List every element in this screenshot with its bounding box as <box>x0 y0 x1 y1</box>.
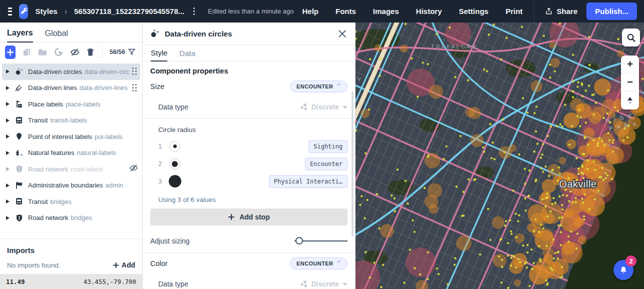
share-button[interactable]: Share <box>536 7 587 16</box>
nav-fonts[interactable]: Fonts <box>327 7 365 16</box>
layer-row-transit-bridges[interactable]: Transit bridges <box>0 194 142 210</box>
notifications-button[interactable]: 2 <box>613 260 633 280</box>
imports-add-button[interactable]: Add <box>113 261 135 269</box>
layer-row-data-driven-circles[interactable]: Data-driven circles data-driven-circ <box>2 64 140 80</box>
circle-radius-label: Circle radius <box>158 126 348 134</box>
tab-data[interactable]: Data <box>179 49 195 61</box>
breadcrumb-styles[interactable]: Styles <box>35 7 57 16</box>
place-labels-icon <box>15 100 24 108</box>
mapbox-logo-icon[interactable] <box>19 4 28 19</box>
admin-flag-icon <box>15 182 24 190</box>
style-options-kebab-icon[interactable] <box>191 6 197 16</box>
expand-caret-icon[interactable] <box>6 200 10 204</box>
layer-hidden-eye-off-icon[interactable] <box>129 164 138 174</box>
close-panel-button[interactable] <box>337 28 348 39</box>
layer-row-road-labels[interactable]: Road network road-labels <box>0 161 142 178</box>
stop-value-badge[interactable]: Encounter <box>305 158 348 170</box>
radius-stop-row: 3 Physical Interacti… <box>150 172 348 190</box>
edited-status: Edited less than a minute ago <box>208 8 293 15</box>
layer-row-natural-labels[interactable]: Natural features natural-labels <box>0 145 142 162</box>
zoom-out-button[interactable]: − <box>621 74 639 92</box>
expand-caret-icon[interactable] <box>6 184 10 188</box>
notification-count-badge: 2 <box>625 256 636 266</box>
panel-scrollbar[interactable] <box>352 92 354 236</box>
plus-icon <box>113 262 119 268</box>
tab-global[interactable]: Global <box>45 29 68 42</box>
string-type-icon: “ <box>337 261 341 266</box>
filter-funnel-icon <box>128 48 135 56</box>
duplicate-icon <box>23 48 31 56</box>
nav-history[interactable]: History <box>408 7 451 16</box>
size-label: Size <box>150 82 164 90</box>
add-layer-button[interactable] <box>5 46 16 59</box>
string-type-icon: “ <box>337 84 341 89</box>
zoom-in-button[interactable]: + <box>621 56 639 74</box>
layer-row-transit-labels[interactable]: Transit transit-labels <box>0 112 142 129</box>
map-render: TRAFALGAR Y N I S C P A R K Oakville <box>356 22 644 289</box>
nav-print[interactable]: Print <box>497 7 531 16</box>
circle-size-preview[interactable] <box>168 141 181 152</box>
stop-value-badge[interactable]: Physical Interacti… <box>269 175 348 188</box>
nav-help[interactable]: Help <box>294 7 328 16</box>
layer-row-place-labels[interactable]: Place labels place-labels <box>0 96 142 112</box>
size-field-badge[interactable]: ENCOUNTER “ <box>290 80 348 92</box>
radius-stop-row: 2 Encounter <box>150 155 348 172</box>
pitch-toggle-button[interactable] <box>621 92 639 110</box>
transit-icon <box>15 198 24 206</box>
stop-value-badge[interactable]: Sighting <box>308 140 348 153</box>
tab-layers[interactable]: Layers <box>7 28 33 42</box>
expand-caret-icon[interactable] <box>6 134 10 138</box>
top-bar: Styles › 565307118_152232790545578... Ed… <box>0 0 644 22</box>
using-values-note: Using 3 of 6 values <box>158 196 348 204</box>
expand-caret-icon[interactable] <box>6 167 10 171</box>
select-data-button[interactable] <box>54 48 63 56</box>
size-datatype-label: Data type <box>158 103 188 111</box>
expand-caret-icon[interactable] <box>6 118 10 122</box>
layer-row-poi-labels[interactable]: Point of interest labels poi-labels <box>0 128 142 145</box>
nav-images[interactable]: Images <box>365 7 408 16</box>
color-datatype-dropdown[interactable]: Discrete <box>299 280 348 288</box>
slider-handle[interactable] <box>295 237 303 244</box>
menu-icon[interactable] <box>8 8 12 16</box>
drag-handle-icon[interactable] <box>131 66 138 76</box>
layers-toolbar: 56/56 <box>0 42 142 62</box>
color-field-badge[interactable]: ENCOUNTER “ <box>290 258 348 270</box>
color-label: Color <box>150 260 168 268</box>
expand-caret-icon[interactable] <box>6 86 10 90</box>
chevron-down-icon <box>343 283 348 286</box>
map-canvas[interactable]: TRAFALGAR Y N I S C P A R K Oakville + − <box>356 22 644 289</box>
layer-count: 56/56 <box>110 48 125 56</box>
zoom-level: 11.49 <box>6 278 25 286</box>
layer-row-road-bridges[interactable]: Road network bridges <box>0 210 142 226</box>
nav-settings[interactable]: Settings <box>450 7 497 16</box>
size-datatype-dropdown[interactable]: Discrete <box>299 103 348 111</box>
delete-layer-button[interactable] <box>87 48 94 56</box>
eye-off-icon <box>70 48 80 56</box>
expand-caret-icon[interactable] <box>6 102 10 106</box>
hide-layer-button[interactable] <box>70 48 80 56</box>
adjust-sizing-slider[interactable] <box>294 237 348 245</box>
geocoder-search-button[interactable] <box>622 28 640 46</box>
circles-layer-icon <box>15 68 24 76</box>
duplicate-layer-button[interactable] <box>23 48 31 56</box>
imports-heading: Imports <box>7 246 135 254</box>
expand-caret-icon[interactable] <box>6 70 10 74</box>
clipped-label-fragment: Y <box>358 76 362 82</box>
circle-size-preview[interactable] <box>168 158 181 170</box>
trash-icon <box>87 48 94 56</box>
layer-row-admin-boundaries[interactable]: Administrative boundaries admin <box>0 178 142 194</box>
expand-caret-icon[interactable] <box>6 151 10 155</box>
layer-filter[interactable]: 56/56 <box>110 48 137 56</box>
circle-size-preview[interactable] <box>168 175 181 188</box>
layer-list: Data-driven circles data-driven-circ Dat… <box>0 62 142 238</box>
drag-handle-icon[interactable] <box>131 83 138 93</box>
group-layers-button[interactable] <box>38 48 47 56</box>
publish-button[interactable]: Publish... <box>586 2 637 20</box>
tab-style[interactable]: Style <box>151 48 167 62</box>
expand-caret-icon[interactable] <box>6 216 10 220</box>
map-coordinates: 43.455,-79.700 <box>84 278 136 286</box>
add-stop-button[interactable]: Add stop <box>150 208 348 226</box>
layer-row-data-driven-lines[interactable]: Data-driven lines data-driven-lines <box>0 80 142 96</box>
chevron-down-icon <box>343 106 348 109</box>
style-title: 565307118_152232790545578... <box>74 7 184 16</box>
